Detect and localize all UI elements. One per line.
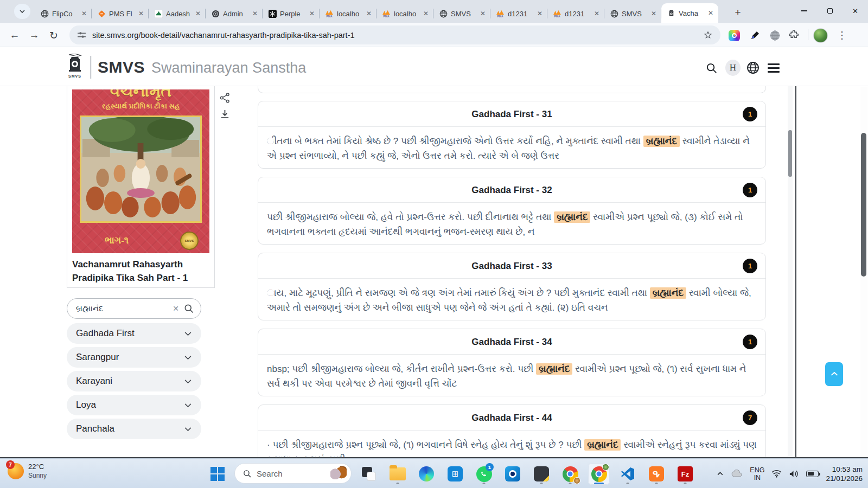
card-excerpt: nbsp; પછી શ્રીજીમહારાજ બોલ્યા જે, કીર્તન… — [258, 355, 765, 391]
browser-menu-button[interactable]: ⋮ — [834, 28, 850, 43]
tab-close-icon[interactable]: ✕ — [706, 9, 715, 17]
forward-button[interactable]: → — [26, 27, 42, 43]
result-card[interactable]: Gadhada First - 311ીતના બે ભક્ત તેમાં કિ… — [258, 101, 766, 169]
result-card[interactable]: Gadhada First - 321પછી શ્રીજીમહારાજ બોલ્… — [258, 177, 766, 245]
cover-footer: ભાગ-૧ SMVS — [72, 232, 209, 250]
search-icon[interactable] — [183, 303, 194, 314]
logo-divider — [90, 56, 92, 79]
screenshot-extension-icon[interactable] — [726, 28, 742, 43]
site-menu-button[interactable] — [766, 60, 781, 75]
eyedropper-icon — [750, 30, 761, 41]
vscode-button[interactable] — [617, 463, 639, 485]
extensions-button[interactable] — [787, 28, 802, 43]
back-button[interactable]: ← — [7, 27, 23, 43]
result-card[interactable]: Gadhada First - 331ાય, માટે મૂઢપણું, પ્ર… — [258, 253, 766, 320]
search-input[interactable] — [76, 304, 168, 313]
language-globe-button[interactable] — [745, 60, 761, 75]
notepad-button[interactable] — [531, 463, 552, 485]
url-bar[interactable]: site.smvs.org/book-detail/vachanamrut-ra… — [69, 25, 720, 44]
outlook-button[interactable] — [502, 463, 524, 485]
tab-close-icon[interactable]: ✕ — [308, 9, 316, 18]
scroll-to-top-button[interactable] — [825, 362, 843, 386]
download-button[interactable] — [220, 109, 231, 120]
wifi-icon[interactable] — [771, 470, 782, 478]
globe-extension-icon[interactable] — [767, 28, 782, 43]
page-scrollbar-thumb[interactable] — [861, 133, 866, 277]
clock[interactable]: 10:53 am 21/01/2026 — [826, 465, 863, 483]
eyedropper-extension-icon[interactable] — [748, 28, 763, 43]
browser-tab-localho[interactable]: PMAlocalho✕ — [376, 4, 433, 23]
browser-tab-perple[interactable]: Perple✕ — [263, 4, 320, 23]
browser-tab-localho[interactable]: PMAlocalho✕ — [320, 4, 376, 23]
match-count-badge: 7 — [743, 410, 757, 425]
file-explorer-button[interactable] — [387, 463, 409, 485]
taskbar-search[interactable]: Search — [234, 463, 352, 484]
previous-card-edge — [258, 86, 766, 93]
browser-tab-admin[interactable]: Admin✕ — [206, 4, 263, 23]
new-tab-button[interactable]: + — [730, 5, 745, 20]
microsoft-store-button[interactable]: ⊞ — [444, 463, 466, 485]
site-user-avatar[interactable]: H — [725, 60, 741, 75]
browser-tab-d1231[interactable]: PMAd1231✕ — [547, 4, 604, 23]
tab-close-icon[interactable]: ✕ — [478, 9, 487, 18]
bookmark-star-icon[interactable] — [703, 30, 713, 40]
chrome-profile2-button-active[interactable] — [588, 463, 610, 485]
browser-profile-avatar[interactable] — [813, 28, 828, 43]
volume-icon[interactable] — [789, 470, 799, 478]
edge-button[interactable] — [416, 463, 437, 485]
weather-widget[interactable]: 7 22°C Sunny — [8, 463, 47, 480]
xampp-button[interactable]: ᕴ — [646, 463, 667, 485]
book-search-field[interactable]: ✕ — [67, 298, 201, 319]
whatsapp-button[interactable]: 1 — [473, 463, 495, 485]
url-text[interactable]: site.smvs.org/book-detail/vachanamrut-ra… — [92, 31, 697, 40]
browser-tab-aadesh[interactable]: Aadesh✕ — [149, 4, 206, 23]
tray-chevron-up-icon[interactable] — [717, 470, 724, 477]
highlighted-search-term: બ્રહ્માનંદ — [536, 363, 572, 375]
section-loya[interactable]: Loya — [67, 395, 201, 415]
tab-close-icon[interactable]: ✕ — [649, 9, 658, 18]
chrome-profile1-button[interactable] — [559, 463, 581, 485]
battery-icon[interactable] — [806, 471, 819, 477]
results-scrollbar-thumb[interactable] — [788, 130, 792, 177]
section-gadhada-first[interactable]: Gadhada First — [67, 323, 201, 344]
browser-tab-smvs[interactable]: SMVS✕ — [604, 4, 661, 23]
clear-search-icon[interactable]: ✕ — [173, 304, 179, 313]
section-sarangpur[interactable]: Sarangpur — [67, 347, 201, 368]
tab-close-icon[interactable]: ✕ — [365, 9, 373, 18]
tab-close-icon[interactable]: ✕ — [422, 9, 430, 18]
browser-tab-d1231[interactable]: PMAd1231✕ — [490, 4, 547, 23]
tab-close-icon[interactable]: ✕ — [137, 9, 145, 18]
brand-tagline: Swaminarayan Sanstha — [151, 60, 306, 76]
share-button[interactable] — [220, 93, 231, 104]
browser-tab-vacha[interactable]: Vacha✕ — [661, 3, 718, 23]
pma-favicon: PMA — [496, 9, 505, 18]
puzzle-icon — [789, 30, 800, 41]
tab-close-icon[interactable]: ✕ — [251, 9, 259, 18]
browser-tab-smvs[interactable]: SMVS✕ — [433, 4, 490, 23]
site-search-button[interactable] — [704, 60, 719, 75]
browser-tab-flipco[interactable]: FlipCo✕ — [35, 4, 92, 23]
highlighted-search-term: બ્રહ્માનંદ — [584, 439, 621, 451]
task-view-button[interactable] — [358, 463, 380, 485]
language-indicator[interactable]: ENG IN — [750, 466, 764, 481]
reload-button[interactable]: ↻ — [46, 27, 62, 43]
tab-close-icon[interactable]: ✕ — [194, 9, 202, 18]
window-maximize-button[interactable] — [817, 0, 843, 22]
tab-list-chevron-button[interactable] — [14, 4, 30, 19]
result-card[interactable]: Gadhada First - 341nbsp; પછી શ્રીજીમહારા… — [258, 329, 766, 396]
card-excerpt: ીતના બે ભક્ત તેમાં કિયો શ્રેષ્ઠ છે ? પછી… — [258, 127, 765, 163]
browser-tab-pms fl[interactable]: PMS Fl✕ — [92, 4, 149, 23]
onedrive-cloud-icon[interactable] — [731, 470, 743, 478]
window-minimize-button[interactable] — [792, 0, 817, 22]
result-card[interactable]: Gadhada First - 447· પછી શ્રીજીમહારાજે પ… — [258, 404, 766, 457]
site-info-icon[interactable] — [77, 30, 86, 40]
tab-close-icon[interactable]: ✕ — [592, 9, 601, 18]
tab-close-icon[interactable]: ✕ — [80, 9, 88, 18]
window-close-button[interactable]: ✕ — [843, 0, 868, 22]
filezilla-button[interactable]: Fz — [674, 463, 696, 485]
start-button[interactable] — [210, 467, 225, 481]
section-panchala[interactable]: Panchala — [67, 419, 201, 439]
section-karayani[interactable]: Karayani — [67, 371, 201, 391]
smvs-logo[interactable]: SMVS — [65, 54, 85, 80]
tab-close-icon[interactable]: ✕ — [535, 9, 544, 18]
